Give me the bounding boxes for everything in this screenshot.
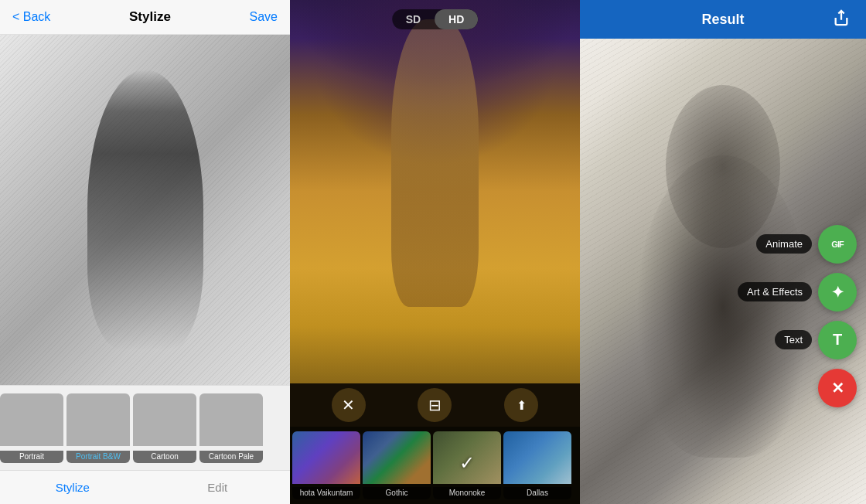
art-filter-dallas[interactable]: Dallas	[503, 431, 571, 499]
art-effects-label: Art & Effects	[738, 282, 812, 301]
stylize-panel: < Back Stylize Save Portrait Portrait B&…	[0, 0, 290, 504]
gif-icon: GIF	[831, 240, 843, 249]
quality-hd[interactable]: HD	[435, 9, 478, 29]
art-filter-gothic[interactable]: Gothic	[363, 431, 431, 499]
back-button[interactable]: < Back	[12, 10, 50, 24]
result-title: Result	[617, 12, 829, 28]
fab-container: Animate GIF Art & Effects ✦ Text T ✕	[738, 225, 857, 407]
filter-portrait-bw[interactable]: Portrait B&W	[66, 393, 130, 463]
result-share-button[interactable]	[829, 7, 854, 32]
art-filter-mononoke-label: Mononoke	[433, 487, 501, 499]
page-title: Stylize	[129, 9, 171, 25]
art-filter-mononoke[interactable]: ✓ Mononoke	[433, 431, 501, 499]
animate-label: Animate	[756, 234, 812, 254]
text-icon: T	[833, 331, 842, 349]
quality-bar: SD HD	[392, 9, 479, 29]
art-filter-scroll: hota Vaikuntam Gothic ✓ Mononoke Dallas	[290, 427, 580, 504]
bottom-tabs: Stylize Edit	[0, 470, 290, 504]
close-icon: ✕	[342, 396, 355, 414]
share-icon: ⬆	[517, 398, 527, 413]
art-preview: SD HD	[290, 0, 580, 383]
tab-stylize[interactable]: Stylize	[0, 471, 145, 504]
art-filter-gothic-label: Gothic	[363, 487, 431, 499]
share-icon	[833, 9, 850, 30]
art-action-bar: ✕ ⊟ ⬆	[290, 383, 580, 427]
top-bar: < Back Stylize Save	[0, 0, 290, 35]
sliders-button[interactable]: ⊟	[418, 388, 452, 422]
filter-cartoon-label: Cartoon	[133, 451, 196, 463]
fab-animate-item: Animate GIF	[738, 225, 857, 264]
art-filter-panel: SD HD ✕ ⊟ ⬆ hota Vaikuntam Gothic ✓ Mono…	[290, 0, 580, 504]
close-fab-button[interactable]: ✕	[818, 369, 857, 407]
sliders-icon: ⊟	[428, 396, 442, 414]
style-filter-strip: Portrait Portrait B&W Cartoon Cartoon Pa…	[0, 385, 290, 470]
filter-cartoon-pale[interactable]: Cartoon Pale	[199, 393, 263, 463]
quality-sd[interactable]: SD	[392, 9, 435, 29]
selected-checkmark: ✓	[459, 452, 475, 474]
close-icon: ✕	[831, 379, 844, 397]
result-image-area: Animate GIF Art & Effects ✦ Text T ✕	[580, 39, 866, 504]
animate-button[interactable]: GIF	[818, 225, 857, 264]
save-button[interactable]: Save	[250, 10, 278, 24]
filter-cartoon[interactable]: Cartoon	[133, 393, 196, 463]
fab-text-item: Text T	[738, 321, 857, 359]
fab-close-item: ✕	[738, 369, 857, 407]
result-header: Result	[580, 0, 866, 39]
close-button[interactable]: ✕	[332, 388, 366, 422]
filter-portrait-bw-label: Portrait B&W	[66, 451, 130, 463]
art-filter-vaikuntam[interactable]: hota Vaikuntam	[292, 431, 360, 499]
text-button[interactable]: T	[818, 321, 857, 359]
art-filter-vaikuntam-label: hota Vaikuntam	[292, 487, 360, 499]
sparkle-icon: ✦	[831, 283, 844, 301]
fab-art-effects-item: Art & Effects ✦	[738, 273, 857, 312]
art-effects-button[interactable]: ✦	[818, 273, 857, 312]
filter-portrait-label: Portrait	[0, 451, 63, 463]
filter-cartoon-pale-label: Cartoon Pale	[199, 451, 263, 463]
filter-portrait[interactable]: Portrait	[0, 393, 63, 463]
art-filter-dallas-label: Dallas	[503, 487, 571, 499]
sketch-preview	[0, 35, 290, 385]
tab-edit[interactable]: Edit	[145, 471, 291, 504]
result-panel: Result Animate GIF	[580, 0, 866, 504]
text-label: Text	[775, 330, 812, 349]
share-button[interactable]: ⬆	[504, 388, 538, 422]
